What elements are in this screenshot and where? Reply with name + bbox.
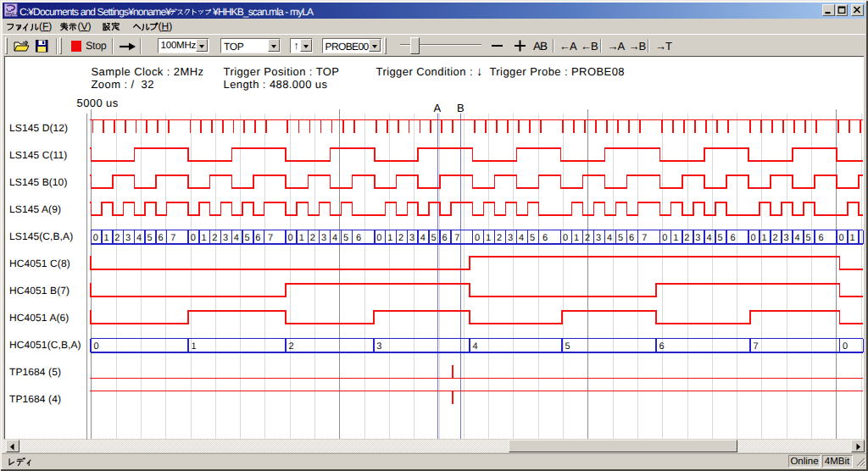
svg-text:6: 6 [659,341,664,352]
svg-text:4: 4 [136,233,142,243]
svg-text:0: 0 [843,341,848,352]
svg-text:2: 2 [398,233,403,243]
svg-text:4: 4 [234,233,239,243]
svg-text:0: 0 [475,233,480,243]
svg-text:6: 6 [629,233,634,243]
svg-text:7: 7 [454,233,459,243]
svg-text:7: 7 [268,233,273,243]
svg-text:2: 2 [212,233,217,243]
svg-text:0: 0 [662,233,667,243]
svg-text:4: 4 [706,233,711,243]
svg-text:1: 1 [673,233,678,243]
svg-text:6: 6 [819,233,824,243]
svg-text:6: 6 [356,233,361,243]
svg-text:6: 6 [730,233,735,243]
svg-text:5: 5 [530,233,535,243]
svg-text:0: 0 [751,233,756,243]
svg-text:1: 1 [192,341,197,352]
svg-text:2: 2 [310,233,315,243]
svg-text:4: 4 [420,233,426,243]
svg-text:4: 4 [607,233,612,243]
svg-text:3: 3 [223,233,228,243]
svg-text:5: 5 [147,233,153,243]
svg-text:5: 5 [806,233,811,243]
svg-text:3: 3 [321,233,326,243]
svg-text:3: 3 [125,233,131,243]
svg-text:1: 1 [574,233,579,243]
svg-text:4: 4 [795,233,800,243]
svg-text:1: 1 [850,233,855,243]
svg-text:2: 2 [684,233,689,243]
svg-text:2: 2 [114,233,120,243]
svg-text:6: 6 [158,233,163,243]
svg-text:7: 7 [642,233,647,243]
svg-text:1: 1 [387,233,392,243]
svg-text:2: 2 [773,233,778,243]
svg-text:1: 1 [762,233,767,243]
svg-text:7: 7 [753,341,758,352]
svg-text:1: 1 [299,233,304,243]
svg-text:0: 0 [376,233,381,243]
svg-text:0: 0 [839,233,844,243]
svg-text:1: 1 [104,233,109,243]
svg-text:3: 3 [409,233,415,243]
svg-text:0: 0 [563,233,568,243]
svg-text:7: 7 [170,233,175,243]
svg-text:6: 6 [255,233,260,243]
svg-text:4: 4 [519,233,524,243]
svg-text:0: 0 [93,233,98,243]
svg-text:6: 6 [442,233,447,243]
svg-text:2: 2 [585,233,590,243]
svg-text:3: 3 [695,233,700,243]
svg-text:3: 3 [508,233,513,243]
svg-text:5: 5 [618,233,623,243]
svg-text:5: 5 [343,233,348,243]
svg-text:5: 5 [431,233,437,243]
svg-text:5: 5 [565,341,570,352]
svg-text:3: 3 [596,233,601,243]
svg-text:5: 5 [245,233,250,243]
svg-text:2: 2 [497,233,502,243]
svg-text:3: 3 [784,233,789,243]
svg-text:1: 1 [202,233,207,243]
svg-text:3: 3 [376,341,381,352]
svg-text:4: 4 [332,233,337,243]
svg-text:0: 0 [288,233,293,243]
svg-text:1: 1 [486,233,491,243]
svg-text:4: 4 [473,341,478,352]
svg-text:5: 5 [717,233,722,243]
svg-text:0: 0 [94,341,99,352]
svg-text:2: 2 [289,341,294,352]
svg-text:0: 0 [191,233,196,243]
svg-text:6: 6 [542,233,548,243]
